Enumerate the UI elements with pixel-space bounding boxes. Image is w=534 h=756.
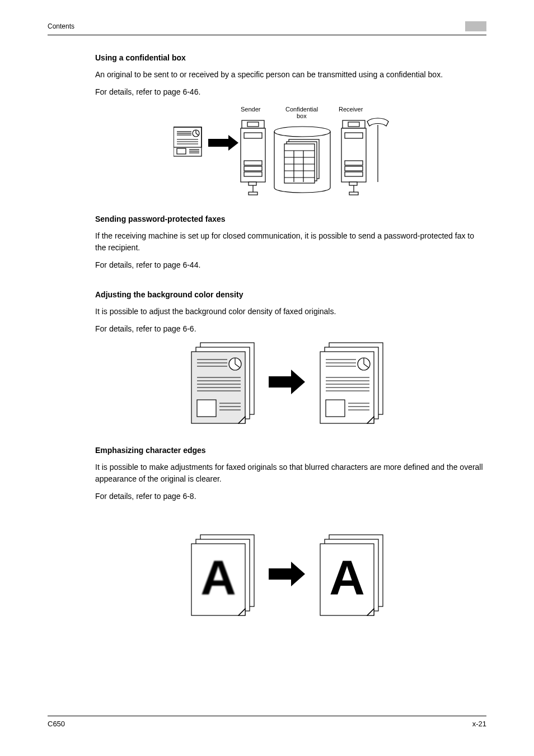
body-text: For details, refer to page 6-8. [95, 491, 486, 502]
body-text: For details, refer to page 6-44. [95, 259, 486, 271]
svg-rect-17 [247, 122, 259, 127]
body-text: For details, refer to page 6-46. [95, 86, 486, 98]
arrow-icon [208, 135, 238, 151]
receiver-handset-icon [367, 118, 388, 182]
receiver-fax-icon [341, 120, 366, 195]
svg-rect-41 [345, 166, 363, 171]
svg-rect-45 [349, 192, 358, 195]
letter-a-blur: A [200, 549, 236, 605]
letter-a-sharp: A [329, 549, 365, 605]
arrow-icon [269, 370, 305, 394]
svg-rect-23 [249, 182, 256, 185]
body-text: If the receiving machine is set up for c… [95, 230, 486, 254]
body-text: It is possible to make adjustments for f… [95, 461, 486, 485]
svg-rect-43 [349, 182, 357, 185]
body-text: It is possible to adjust the background … [95, 306, 486, 318]
section-title-confidential-box: Using a confidential box [95, 53, 486, 62]
doc-stack-a-sharp-icon: A [320, 535, 383, 615]
svg-rect-25 [249, 192, 257, 195]
confidential-box-icon [274, 127, 330, 193]
svg-rect-61 [197, 400, 216, 417]
doc-stack-clear-icon [320, 343, 383, 423]
svg-marker-15 [208, 135, 238, 151]
arrow-icon [269, 562, 305, 586]
footer-left: C650 [48, 720, 65, 728]
diagram-label-receiver: Receiver [339, 106, 363, 113]
body-text: For details, refer to page 6-6. [95, 323, 486, 335]
diagram-confidential-box: Sender Confidential box Receiver [95, 104, 486, 199]
diagram-label-sender: Sender [241, 106, 261, 113]
svg-rect-10 [177, 148, 186, 154]
svg-rect-40 [345, 161, 363, 165]
diagram-label-confbox: Confidential box [285, 106, 320, 119]
svg-rect-20 [244, 161, 262, 165]
svg-rect-19 [244, 133, 262, 138]
sender-doc-icon [174, 127, 202, 156]
svg-rect-37 [348, 122, 359, 127]
doc-stack-shaded-icon [191, 343, 254, 423]
footer-right: x-21 [472, 720, 486, 728]
diagram-bg-density [95, 340, 486, 430]
svg-rect-21 [244, 166, 262, 171]
svg-rect-81 [326, 400, 345, 417]
header-title: Contents [48, 22, 74, 30]
svg-rect-39 [345, 133, 363, 138]
svg-rect-22 [244, 172, 262, 176]
body-text: An original to be sent to or received by… [95, 69, 486, 81]
sender-fax-icon [241, 120, 265, 195]
diagram-char-edges: A A [95, 533, 486, 622]
doc-stack-a-blur-icon: A [191, 535, 254, 615]
header-marker-block [465, 21, 486, 31]
page-header: Contents [48, 21, 486, 35]
section-title-char-edges: Emphasizing character edges [95, 446, 486, 455]
section-title-bg-density: Adjusting the background color density [95, 290, 486, 299]
section-title-password-fax: Sending password-protected faxes [95, 214, 486, 223]
page-footer: C650 x-21 [48, 716, 486, 728]
svg-rect-42 [345, 172, 363, 176]
